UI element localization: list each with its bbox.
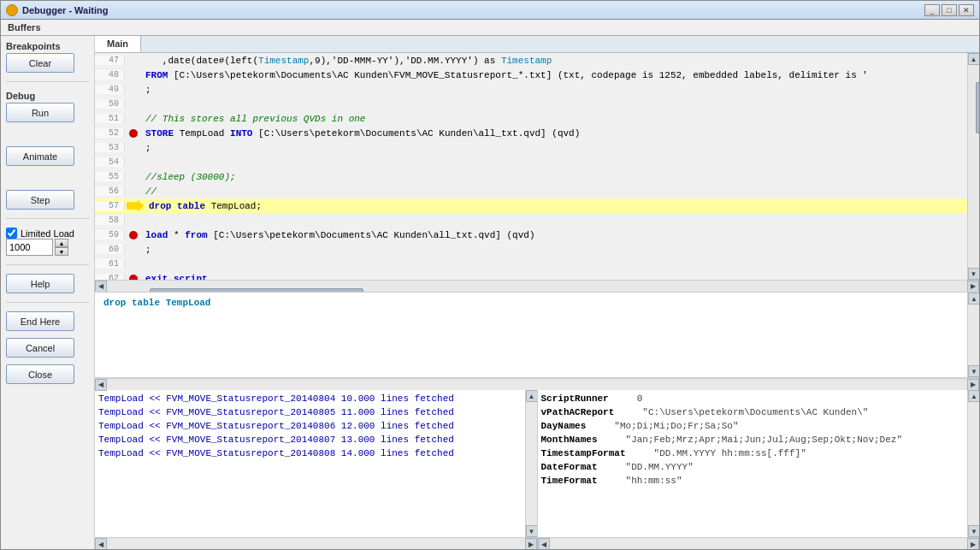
end-here-button[interactable]: End Here <box>6 311 74 331</box>
code-vscroll-up[interactable]: ▲ <box>968 53 980 65</box>
var-name-5: TimestampFormat <box>541 448 626 458</box>
window-controls: _ □ ✕ <box>924 4 974 16</box>
code-line-54: 54 <box>95 155 967 169</box>
code-lines-area[interactable]: 47 ,date(date#(left(Timestamp,9),'DD-MMM… <box>95 53 967 280</box>
var-name-2: vPathACReport <box>541 407 615 417</box>
spin-down-button[interactable]: ▼ <box>55 247 68 256</box>
code-line-50: 50 <box>95 97 967 111</box>
vars-hscroll-left[interactable]: ◀ <box>538 538 550 549</box>
code-hscroll-right[interactable]: ▶ <box>967 281 979 293</box>
limited-load-row: Limited Load <box>6 228 89 239</box>
stmt-content: drop table TempLoad <box>95 293 967 377</box>
var-line-2: vPathACReport "C:\Users\petekorm\Documen… <box>541 405 965 419</box>
line-content-52: STORE TempLoad INTO [C:\Users\petekorm\D… <box>142 128 967 139</box>
var-name-1: ScriptRunner <box>541 393 609 404</box>
log-hscroll-left[interactable]: ◀ <box>95 538 107 549</box>
line-bp-57 <box>125 200 145 212</box>
main-window: Debugger - Waiting _ □ ✕ Buffers Breakpo… <box>0 0 980 550</box>
log-vscroll-down[interactable]: ▼ <box>526 525 537 537</box>
stmt-hscroll[interactable]: ◀ ▶ <box>95 378 979 390</box>
stmt-vscroll-down[interactable]: ▼ <box>968 365 979 377</box>
left-panel: Breakpoints Clear Debug Run Animate Step <box>1 36 95 549</box>
vars-panel: ScriptRunner 0 vPathACReport "C:\Users\p… <box>538 390 980 549</box>
stmt-vscroll-up[interactable]: ▲ <box>968 293 979 305</box>
code-vscroll-down[interactable]: ▼ <box>968 268 980 280</box>
clear-button[interactable]: Clear <box>6 53 74 73</box>
maximize-button[interactable]: □ <box>942 4 957 16</box>
vars-vscroll-up[interactable]: ▲ <box>968 390 979 402</box>
bottom-panels: TempLoad << FVM_MOVE_Statusreport_201408… <box>95 390 979 549</box>
log-content[interactable]: TempLoad << FVM_MOVE_Statusreport_201408… <box>95 390 525 537</box>
current-line-arrow <box>127 200 144 212</box>
vars-hscroll[interactable]: ◀ ▶ <box>538 537 980 549</box>
var-val-7: "hh:mm:ss" <box>626 476 682 486</box>
var-val-3: "Mo;Di;Mi;Do;Fr;Sa;So" <box>614 421 738 431</box>
log-line-3: TempLoad << FVM_MOVE_Statusreport_201408… <box>98 419 522 433</box>
window-body: Buffers Breakpoints Clear Debug Run Anim… <box>1 20 979 549</box>
line-num-49: 49 <box>95 85 125 94</box>
app-icon <box>6 4 18 16</box>
title-bar: Debugger - Waiting _ □ ✕ <box>1 1 979 20</box>
code-hscroll[interactable]: ◀ ▶ <box>95 280 979 292</box>
var-line-3: DayNames "Mo;Di;Mi;Do;Fr;Sa;So" <box>541 419 965 433</box>
right-panel: Main 47 ,date(date#(left(Timestamp,9),'D… <box>95 36 979 549</box>
line-content-62: exit script. <box>142 274 967 281</box>
log-hscroll-right[interactable]: ▶ <box>525 538 537 549</box>
line-num-62: 62 <box>95 274 125 280</box>
line-bp-52 <box>125 129 142 138</box>
line-content-53: ; <box>142 143 967 153</box>
vars-content[interactable]: ScriptRunner 0 vPathACReport "C:\Users\p… <box>538 390 968 537</box>
stmt-hscroll-left[interactable]: ◀ <box>95 379 107 391</box>
cancel-button[interactable]: Cancel <box>6 338 74 358</box>
line-content-56: // <box>142 186 967 197</box>
var-line-6: DateFormat "DD.MM.YYYY" <box>541 460 965 474</box>
log-line-2: TempLoad << FVM_MOVE_Statusreport_201408… <box>98 405 522 419</box>
help-button[interactable]: Help <box>6 274 74 293</box>
code-vscroll[interactable]: ▲ ▼ <box>967 53 979 280</box>
stmt-hscroll-right[interactable]: ▶ <box>967 379 979 391</box>
log-line-5: TempLoad << FVM_MOVE_Statusreport_201408… <box>98 447 522 460</box>
log-vscroll[interactable]: ▲ ▼ <box>525 390 537 537</box>
buffers-bar: Buffers <box>1 20 979 36</box>
buffers-label: Buffers <box>8 22 41 33</box>
code-line-52: 52 STORE TempLoad INTO [C:\Users\petekor… <box>95 126 967 140</box>
run-button[interactable]: Run <box>6 103 74 122</box>
tab-main[interactable]: Main <box>95 36 141 52</box>
breakpoints-section: Breakpoints Clear <box>6 41 89 73</box>
vars-vscroll-down[interactable]: ▼ <box>968 525 979 537</box>
stmt-vscroll[interactable]: ▲ ▼ <box>967 293 979 377</box>
line-num-51: 51 <box>95 114 125 123</box>
line-num-59: 59 <box>95 230 125 240</box>
code-vscroll-thumb[interactable] <box>976 82 980 133</box>
minimize-button[interactable]: _ <box>924 4 940 16</box>
close-button[interactable]: ✕ <box>959 4 974 16</box>
code-line-48: 48 FROM [C:\Users\petekorm\Documents\AC … <box>95 68 967 82</box>
code-hscroll-left[interactable]: ◀ <box>95 281 107 293</box>
line-num-61: 61 <box>95 259 125 269</box>
breakpoint-dot-59 <box>129 231 138 240</box>
code-line-55: 55 //sleep (30000); <box>95 169 967 184</box>
step-button[interactable]: Step <box>6 190 74 210</box>
breakpoints-label: Breakpoints <box>6 41 89 51</box>
limited-load-checkbox[interactable] <box>6 228 17 239</box>
spinner-row: ▲ ▼ <box>6 239 89 256</box>
log-hscroll[interactable]: ◀ ▶ <box>95 537 537 549</box>
separator-2 <box>6 218 89 219</box>
spin-up-button[interactable]: ▲ <box>55 239 68 247</box>
code-section: Main 47 ,date(date#(left(Timestamp,9),'D… <box>95 36 979 293</box>
var-name-3: DayNames <box>541 421 587 431</box>
line-bp-59 <box>125 231 142 240</box>
log-vscroll-up[interactable]: ▲ <box>526 390 537 402</box>
vars-hscroll-track <box>550 538 968 549</box>
vars-hscroll-right[interactable]: ▶ <box>967 538 979 549</box>
var-name-6: DateFormat <box>541 462 598 472</box>
vars-vscroll[interactable]: ▲ ▼ <box>967 390 979 537</box>
animate-button[interactable]: Animate <box>6 146 74 166</box>
separator-1 <box>6 81 89 82</box>
line-content-60: ; <box>142 245 967 255</box>
var-line-4: MonthNames "Jan;Feb;Mrz;Apr;Mai;Jun;Jul;… <box>541 433 965 447</box>
var-val-1: 0 <box>637 393 643 404</box>
close-button-panel[interactable]: Close <box>6 364 74 384</box>
code-line-53: 53 ; <box>95 140 967 155</box>
limited-load-input[interactable] <box>6 239 53 256</box>
